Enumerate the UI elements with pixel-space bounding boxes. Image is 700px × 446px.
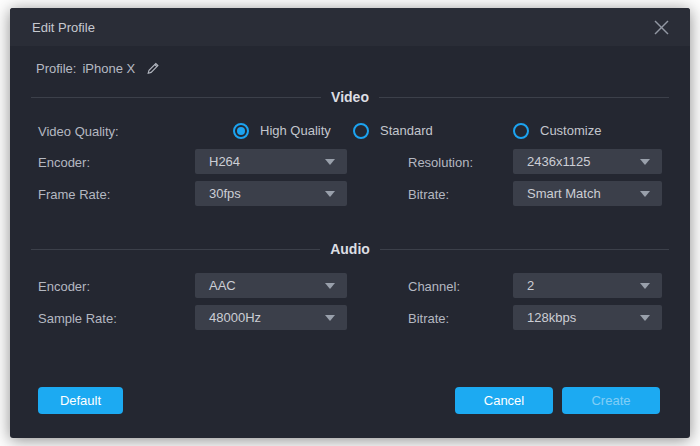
dialog-titlebar: Edit Profile	[10, 8, 690, 46]
cancel-button[interactable]: Cancel	[455, 387, 553, 414]
divider-line	[380, 249, 669, 250]
create-button[interactable]: Create	[562, 387, 660, 414]
dropdown-value: 48000Hz	[209, 310, 261, 325]
screen: Edit Profile Profile: iPhone X Video	[0, 0, 700, 446]
chevron-down-icon	[325, 283, 335, 289]
audio-encoder-label: Encoder:	[38, 279, 90, 294]
audio-section-title: Audio	[330, 241, 370, 257]
edit-profile-dialog: Edit Profile Profile: iPhone X Video	[10, 8, 690, 438]
radio-circle-icon	[513, 123, 529, 139]
audio-section-header: Audio	[10, 241, 690, 257]
channel-dropdown[interactable]: 2	[513, 273, 662, 298]
close-button[interactable]	[642, 8, 680, 46]
chevron-down-icon	[640, 159, 650, 165]
video-encoder-dropdown[interactable]: H264	[195, 149, 347, 174]
chevron-down-icon	[325, 191, 335, 197]
radio-label: High Quality	[260, 123, 331, 138]
dialog-title: Edit Profile	[32, 20, 95, 35]
channel-label: Channel:	[408, 279, 460, 294]
chevron-down-icon	[325, 315, 335, 321]
chevron-down-icon	[325, 159, 335, 165]
profile-label: Profile:	[36, 61, 76, 76]
video-section-header: Video	[10, 89, 690, 105]
framerate-label: Frame Rate:	[38, 187, 110, 202]
chevron-down-icon	[640, 283, 650, 289]
dropdown-value: 30fps	[209, 186, 241, 201]
video-bitrate-dropdown[interactable]: Smart Match	[513, 181, 662, 206]
video-quality-label: Video Quality:	[38, 124, 119, 139]
audio-bitrate-label: Bitrate:	[408, 311, 449, 326]
chevron-down-icon	[640, 315, 650, 321]
radio-label: Standard	[380, 123, 433, 138]
radio-circle-icon	[233, 123, 249, 139]
radio-label: Customize	[540, 123, 601, 138]
radio-high-quality[interactable]: High Quality	[233, 122, 331, 139]
samplerate-dropdown[interactable]: 48000Hz	[195, 305, 347, 330]
radio-standard[interactable]: Standard	[353, 122, 433, 139]
dropdown-value: 2	[527, 278, 534, 293]
resolution-label: Resolution:	[408, 155, 473, 170]
dropdown-value: Smart Match	[527, 186, 601, 201]
dropdown-value: H264	[209, 154, 240, 169]
radio-circle-icon	[353, 123, 369, 139]
edit-profile-name-button[interactable]	[145, 60, 161, 76]
dropdown-value: AAC	[209, 278, 236, 293]
dropdown-value: 2436x1125	[527, 154, 590, 169]
default-button[interactable]: Default	[38, 387, 123, 414]
samplerate-label: Sample Rate:	[38, 311, 117, 326]
audio-encoder-dropdown[interactable]: AAC	[195, 273, 347, 298]
profile-name: iPhone X	[82, 61, 135, 76]
chevron-down-icon	[640, 191, 650, 197]
divider-line	[31, 97, 321, 98]
video-section-title: Video	[331, 89, 369, 105]
video-encoder-label: Encoder:	[38, 155, 90, 170]
profile-row: Profile: iPhone X	[36, 59, 161, 77]
divider-line	[379, 97, 669, 98]
radio-customize[interactable]: Customize	[513, 122, 601, 139]
audio-bitrate-dropdown[interactable]: 128kbps	[513, 305, 662, 330]
pencil-icon	[145, 60, 161, 76]
framerate-dropdown[interactable]: 30fps	[195, 181, 347, 206]
divider-line	[31, 249, 320, 250]
video-bitrate-label: Bitrate:	[408, 187, 449, 202]
resolution-dropdown[interactable]: 2436x1125	[513, 149, 662, 174]
close-icon	[653, 19, 670, 36]
dropdown-value: 128kbps	[527, 310, 576, 325]
